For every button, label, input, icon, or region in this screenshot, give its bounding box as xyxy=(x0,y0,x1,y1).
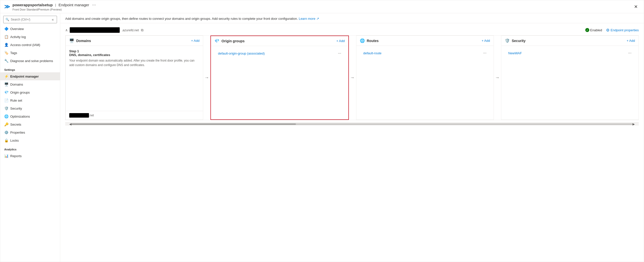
title-bar: ≫ powerappsportalsetup | Endpoint manage… xyxy=(0,0,644,13)
col-body-routes: default-route ··· xyxy=(356,46,494,111)
nav-label-rule-set: Rule set xyxy=(10,99,22,102)
nav-label-properties: Properties xyxy=(10,131,25,134)
sidebar-item-domains[interactable]: 🖥️Domains xyxy=(0,80,60,88)
col-header-origin-groups: 💎 Origin groups + Add xyxy=(211,36,348,46)
sidebar-item-origin-groups[interactable]: 💎Origin groups xyxy=(0,88,60,96)
col-panel-routes: 🌐 Routes + Add default-route ··· xyxy=(356,36,494,120)
nav-label-security: Security xyxy=(10,107,22,110)
nav-label-secrets: Secrets xyxy=(10,123,21,126)
sidebar-item-security[interactable]: 🛡️Security xyxy=(0,104,60,112)
sidebar-item-locks[interactable]: 🔒Locks xyxy=(0,136,60,144)
nav-icon-properties: ⚙️ xyxy=(4,130,8,134)
content-header: Add domains and create origin groups, th… xyxy=(60,13,644,23)
nav-label-diagnose: Diagnose and solve problems xyxy=(10,59,53,63)
nav-icon-endpoint-manager: ⚡ xyxy=(4,74,8,78)
nav-icon-diagnose: 🔧 xyxy=(4,59,8,63)
app-logo: ≫ xyxy=(4,4,10,10)
nav-icon-activity-log: 📋 xyxy=(4,35,8,39)
nav-label-activity-log: Activity log xyxy=(10,35,26,39)
nav-label-overview: Overview xyxy=(10,27,24,31)
endpoint-header: ∧ .azurefd.net ⧉ Enabled ⚙ xyxy=(65,27,639,33)
col-add-button-origin-groups[interactable]: + Add xyxy=(336,39,345,43)
arrow-connector-3: → xyxy=(494,75,501,80)
sidebar-item-diagnose[interactable]: 🔧Diagnose and solve problems xyxy=(0,57,60,65)
enabled-icon xyxy=(585,28,589,32)
nav-icon-domains: 🖥️ xyxy=(4,82,8,86)
nav-label-endpoint-manager: Endpoint manager xyxy=(10,75,39,78)
sidebar-item-endpoint-manager[interactable]: ⚡Endpoint manager xyxy=(0,72,60,80)
content-description: Add domains and create origin groups, th… xyxy=(65,17,298,21)
arrow-connector-2: → xyxy=(348,75,356,80)
nav-icon-origin-groups: 💎 xyxy=(4,90,8,94)
sidebar-item-optimizations[interactable]: 🌐Optimizations xyxy=(0,112,60,120)
title-separator: | xyxy=(55,3,56,7)
endpoint-domain-suffix: .azurefd.net xyxy=(122,28,139,32)
endpoint-properties-button[interactable]: ⚙ Endpoint properties xyxy=(606,28,639,33)
settings-items: ⚡Endpoint manager🖥️Domains💎Origin groups… xyxy=(0,72,60,144)
collapse-endpoint-button[interactable]: ∧ xyxy=(65,28,68,32)
sidebar-item-reports[interactable]: 📊Reports xyxy=(0,152,60,160)
step-desc-domains: Your endpoint domain was automatically a… xyxy=(69,58,200,67)
col-body-origin-groups: default-origin-group (associated) ··· xyxy=(211,46,348,111)
endpoint-name-blocked xyxy=(70,27,120,33)
col-header-left-origin-groups: 💎 Origin groups xyxy=(214,39,245,43)
step-title-domains: Step 1DNS, domains, certificates xyxy=(69,49,200,57)
col-header-domains: 🖥️ Domains + Add xyxy=(66,36,203,46)
learn-more-link[interactable]: Learn more ↗ xyxy=(299,17,319,21)
page-name: Endpoint manager xyxy=(58,3,89,7)
sidebar-item-secrets[interactable]: 🔑Secrets xyxy=(0,120,60,128)
sidebar-item-rule-set[interactable]: 📄Rule set xyxy=(0,96,60,104)
collapse-sidebar-button[interactable]: « xyxy=(51,17,55,22)
nav-icon-reports: 📊 xyxy=(4,154,8,158)
col-label-routes: Routes xyxy=(367,39,378,43)
list-item: default-origin-group (associated) ··· xyxy=(214,50,344,57)
col-icon-domains: 🖥️ xyxy=(69,38,74,43)
col-icon-security: 🛡️ xyxy=(505,38,510,43)
col-add-button-domains[interactable]: + Add xyxy=(191,39,200,43)
sidebar: 🔍 « 🔷Overview📋Activity log👤Access contro… xyxy=(0,13,60,262)
more-options-button[interactable]: ··· xyxy=(92,2,96,8)
nav-icon-access-control: 👤 xyxy=(4,43,8,47)
sidebar-item-overview[interactable]: 🔷Overview xyxy=(0,25,60,33)
col-panel-origin-groups: 💎 Origin groups + Add default-origin-gro… xyxy=(210,36,348,120)
list-item-menu-origin-groups[interactable]: ··· xyxy=(338,51,341,56)
col-add-button-routes[interactable]: + Add xyxy=(482,39,490,43)
settings-section-label: Settings xyxy=(0,65,60,72)
enabled-badge: Enabled xyxy=(585,28,602,32)
nav-icon-tags: 🏷️ xyxy=(4,51,8,55)
domain-suffix: .net xyxy=(89,114,94,117)
sidebar-item-access-control[interactable]: 👤Access control (IAM) xyxy=(0,41,60,49)
nav-label-access-control: Access control (IAM) xyxy=(10,43,40,47)
list-item-menu-security[interactable]: ··· xyxy=(628,51,632,55)
endpoint-props-icon: ⚙ xyxy=(606,28,610,33)
logo-icon: ≫ xyxy=(4,4,10,10)
sidebar-item-activity-log[interactable]: 📋Activity log xyxy=(0,33,60,41)
scroll-left-button[interactable]: ◀ xyxy=(69,122,72,126)
close-button[interactable]: ✕ xyxy=(632,3,640,11)
scrollbar-thumb xyxy=(72,123,296,125)
col-add-button-security[interactable]: + Add xyxy=(626,39,635,43)
learn-more-label: Learn more xyxy=(299,17,315,21)
scrollbar-track[interactable] xyxy=(72,123,632,125)
sidebar-item-properties[interactable]: ⚙️Properties xyxy=(0,128,60,136)
search-box[interactable]: 🔍 « xyxy=(3,16,57,23)
list-item-menu-routes[interactable]: ··· xyxy=(483,51,486,55)
arrow-connector-1: → xyxy=(203,75,210,80)
list-item-link-routes[interactable]: default-route xyxy=(363,51,382,55)
page-subtitle: Front Door Standard/Premium (Preview) xyxy=(12,8,96,11)
sidebar-item-tags[interactable]: 🏷️Tags xyxy=(0,49,60,57)
columns-wrapper: 🖥️ Domains + Add Step 1DNS, domains, cer… xyxy=(65,35,639,120)
col-header-left-domains: 🖥️ Domains xyxy=(69,38,91,43)
analytics-items: 📊Reports xyxy=(0,152,60,160)
search-input[interactable] xyxy=(11,18,49,21)
sidebar-search-container: 🔍 « xyxy=(0,13,60,25)
col-label-domains: Domains xyxy=(76,39,91,43)
list-item-link-security[interactable]: NewWAF xyxy=(508,51,522,55)
scroll-right-button[interactable]: ▶ xyxy=(632,122,635,126)
nav-label-locks: Locks xyxy=(10,139,19,142)
col-icon-routes: 🌐 xyxy=(360,38,365,43)
columns-container: 🖥️ Domains + Add Step 1DNS, domains, cer… xyxy=(65,35,639,120)
list-item-link-origin-groups[interactable]: default-origin-group (associated) xyxy=(218,52,265,55)
nav-items: 🔷Overview📋Activity log👤Access control (I… xyxy=(0,25,60,65)
copy-endpoint-button[interactable]: ⧉ xyxy=(141,28,144,32)
